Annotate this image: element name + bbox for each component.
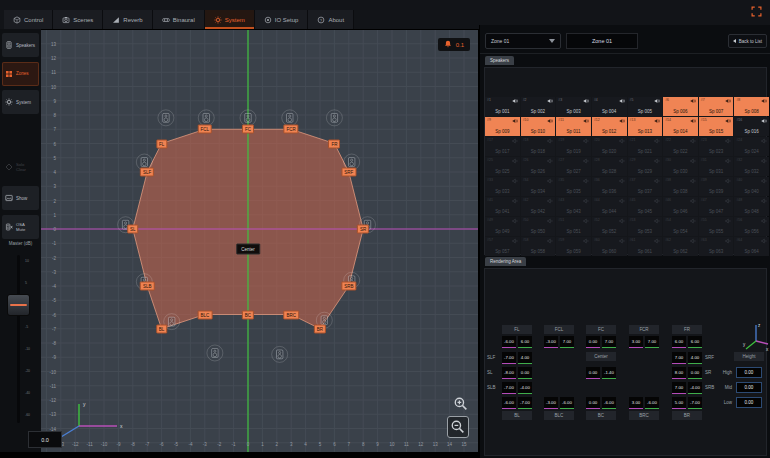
- coord-x-field[interactable]: 8.00: [672, 367, 686, 379]
- speaker-cell[interactable]: #59Sp 059: [556, 237, 591, 256]
- speaker-cell[interactable]: #16Sp 016: [734, 117, 769, 136]
- speaker-cell[interactable]: #13Sp 013: [628, 117, 663, 136]
- speaker-cell[interactable]: #35Sp 035: [556, 177, 591, 196]
- vertex-label-sl[interactable]: SL: [127, 225, 139, 234]
- speaker-cell[interactable]: #30Sp 030: [663, 157, 698, 176]
- speaker-cell[interactable]: #25Sp 025: [485, 157, 520, 176]
- speaker-cell[interactable]: #20Sp 020: [592, 137, 627, 156]
- coord-y-field[interactable]: 6.00: [518, 336, 532, 348]
- speaker-cell[interactable]: #49Sp 049: [485, 217, 520, 236]
- speaker-cell[interactable]: #34Sp 034: [521, 177, 556, 196]
- sidebar-item-zones[interactable]: Zones: [2, 62, 39, 86]
- speaker-cell[interactable]: #54Sp 054: [663, 217, 698, 236]
- speaker-ghost-icon[interactable]: [282, 110, 298, 126]
- speaker-cell[interactable]: #40Sp 040: [734, 177, 769, 196]
- coord-x-field[interactable]: 0.00: [586, 367, 600, 379]
- coord-y-field[interactable]: -7.00: [518, 397, 532, 409]
- speaker-cell[interactable]: #29Sp 029: [628, 157, 663, 176]
- tab-control[interactable]: Control: [4, 10, 53, 29]
- vertex-label-fcr[interactable]: FCR: [284, 125, 299, 134]
- coord-x-field[interactable]: -7.00: [502, 352, 516, 364]
- coord-x-field[interactable]: -6.00: [502, 397, 516, 409]
- coord-y-field[interactable]: -6.00: [602, 397, 616, 409]
- speaker-cell[interactable]: #7Sp 007: [699, 97, 734, 116]
- speaker-cell[interactable]: #14Sp 014: [663, 117, 698, 136]
- speaker-cell[interactable]: #61Sp 061: [628, 237, 663, 256]
- coord-y-field[interactable]: -7.00: [688, 397, 702, 409]
- speaker-cell[interactable]: #5Sp 005: [628, 97, 663, 116]
- coord-x-field[interactable]: -6.00: [502, 336, 516, 348]
- speaker-cell[interactable]: #38Sp 038: [663, 177, 698, 196]
- speaker-cell[interactable]: #50Sp 050: [521, 217, 556, 236]
- vertex-label-fl[interactable]: FL: [156, 139, 167, 148]
- coord-x-field[interactable]: -7.00: [502, 382, 516, 394]
- coord-y-field[interactable]: -4.00: [688, 382, 702, 394]
- coord-x-field[interactable]: 0.00: [586, 336, 600, 348]
- tab-speakers-section[interactable]: Speakers: [485, 56, 514, 65]
- speaker-cell[interactable]: #44Sp 044: [592, 197, 627, 216]
- coord-y-field[interactable]: 0.00: [688, 367, 702, 379]
- zoom-in-icon[interactable]: [453, 396, 469, 412]
- zoom-out-icon[interactable]: [447, 416, 469, 438]
- vertex-label-blc[interactable]: BLC: [197, 310, 212, 319]
- speaker-cell[interactable]: #4Sp 004: [592, 97, 627, 116]
- vertex-label-fcl[interactable]: FCL: [198, 125, 213, 134]
- speaker-cell[interactable]: #62Sp 062: [663, 237, 698, 256]
- coord-y-field[interactable]: 4.00: [688, 352, 702, 364]
- speaker-cell[interactable]: #46Sp 046: [663, 197, 698, 216]
- speaker-cell[interactable]: #37Sp 037: [628, 177, 663, 196]
- height-low-field[interactable]: 0.00: [736, 397, 762, 408]
- coord-x-field[interactable]: 7.00: [672, 382, 686, 394]
- coord-x-field[interactable]: -3.00: [544, 336, 558, 348]
- speaker-cell[interactable]: #55Sp 055: [699, 217, 734, 236]
- speaker-cell[interactable]: #28Sp 028: [592, 157, 627, 176]
- coord-y-field[interactable]: -6.00: [560, 397, 574, 409]
- height-mid-field[interactable]: 0.00: [736, 382, 762, 393]
- coord-y-field[interactable]: 4.00: [518, 352, 532, 364]
- sidebar-item-system[interactable]: System: [2, 90, 39, 114]
- tab-reverb[interactable]: Reverb: [103, 10, 152, 29]
- speaker-cell[interactable]: #48Sp 048: [734, 197, 769, 216]
- coord-y-field[interactable]: -6.00: [645, 397, 659, 409]
- speaker-ghost-icon[interactable]: [198, 110, 214, 126]
- vertex-label-brc[interactable]: BRC: [283, 310, 299, 319]
- speaker-cell[interactable]: #6Sp 006: [663, 97, 698, 116]
- vertex-label-br[interactable]: BR: [314, 324, 326, 333]
- tab-scenes[interactable]: Scenes: [53, 10, 103, 29]
- speaker-cell[interactable]: #8Sp 008: [734, 97, 769, 116]
- tab-rendering-area-section[interactable]: Rendering Area: [485, 257, 526, 266]
- coord-y-field[interactable]: -1.40: [602, 367, 616, 379]
- speaker-cell[interactable]: #43Sp 043: [556, 197, 591, 216]
- speaker-cell[interactable]: #63Sp 063: [699, 237, 734, 256]
- speaker-cell[interactable]: #26Sp 026: [521, 157, 556, 176]
- vertex-label-fr[interactable]: FR: [328, 139, 340, 148]
- speaker-cell[interactable]: #21Sp 021: [628, 137, 663, 156]
- master-fader[interactable]: 1050-5-10-20-40-60: [0, 253, 41, 429]
- tab-system[interactable]: System: [205, 10, 255, 29]
- speaker-cell[interactable]: #36Sp 036: [592, 177, 627, 196]
- speaker-cell[interactable]: #64Sp 064: [734, 237, 769, 256]
- coord-y-field[interactable]: 7.00: [602, 336, 616, 348]
- tab-binaural[interactable]: Binaural: [153, 10, 205, 29]
- speaker-cell[interactable]: #17Sp 017: [485, 137, 520, 156]
- speaker-cell[interactable]: #22Sp 022: [663, 137, 698, 156]
- back-to-list-button[interactable]: Back to List: [728, 34, 767, 48]
- coord-x-field[interactable]: -3.00: [544, 397, 558, 409]
- vertex-label-slb[interactable]: SLB: [140, 282, 155, 291]
- master-fader-handle[interactable]: [7, 294, 30, 316]
- speaker-cell[interactable]: #52Sp 052: [592, 217, 627, 236]
- speaker-cell[interactable]: #2Sp 002: [521, 97, 556, 116]
- vertex-label-srf[interactable]: SRF: [341, 168, 356, 177]
- master-fader-track[interactable]: [17, 255, 20, 423]
- speaker-cell[interactable]: #60Sp 060: [592, 237, 627, 256]
- fullscreen-icon[interactable]: [751, 6, 762, 17]
- speaker-cell[interactable]: #12Sp 012: [592, 117, 627, 136]
- center-label[interactable]: Center: [236, 243, 260, 254]
- vertex-label-sr[interactable]: SR: [357, 225, 369, 234]
- speaker-cell[interactable]: #19Sp 019: [556, 137, 591, 156]
- coord-x-field[interactable]: 3.00: [629, 397, 643, 409]
- zone-select[interactable]: Zone 01: [485, 33, 561, 49]
- stage-canvas[interactable]: 0.1 FLFCLFCFCRFRSRFSRSRBBRBRCBCBLCBLSLBS…: [41, 30, 478, 452]
- speaker-cell[interactable]: #42Sp 042: [521, 197, 556, 216]
- speaker-cell[interactable]: #9Sp 009: [485, 117, 520, 136]
